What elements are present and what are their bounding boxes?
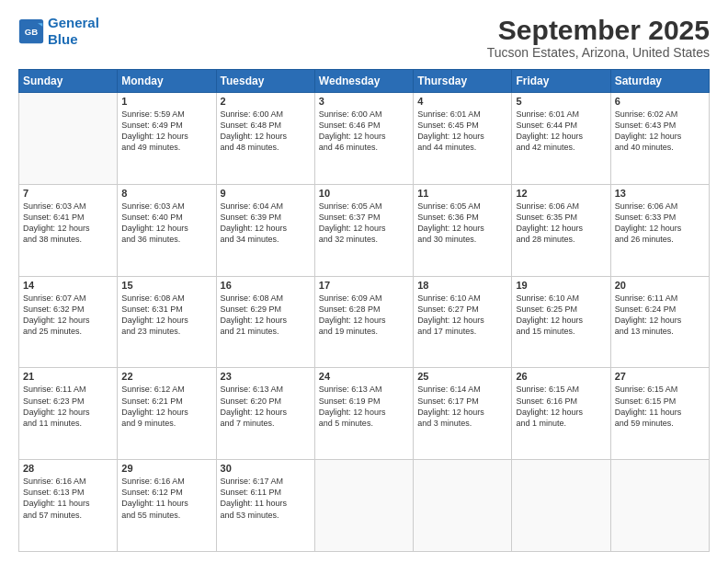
calendar-cell: 6Sunrise: 6:02 AMSunset: 6:43 PMDaylight… bbox=[610, 93, 709, 185]
logo-line1: General bbox=[48, 15, 99, 30]
day-info: Sunrise: 6:00 AMSunset: 6:48 PMDaylight:… bbox=[221, 109, 311, 154]
day-info: Sunrise: 6:13 AMSunset: 6:20 PMDaylight:… bbox=[221, 384, 311, 429]
calendar-cell: 25Sunrise: 6:14 AMSunset: 6:17 PMDayligh… bbox=[414, 368, 512, 460]
svg-text:GB: GB bbox=[25, 27, 38, 37]
day-number: 14 bbox=[23, 280, 113, 291]
calendar-cell: 29Sunrise: 6:16 AMSunset: 6:12 PMDayligh… bbox=[118, 460, 216, 552]
calendar-cell: 12Sunrise: 6:06 AMSunset: 6:35 PMDayligh… bbox=[512, 184, 610, 276]
calendar-header: SundayMondayTuesdayWednesdayThursdayFrid… bbox=[19, 70, 710, 93]
logo: GB General Blue bbox=[18, 15, 99, 48]
page: GB General Blue September 2025 Tucson Es… bbox=[0, 0, 728, 563]
calendar-cell: 16Sunrise: 6:08 AMSunset: 6:29 PMDayligh… bbox=[216, 276, 314, 368]
day-number: 10 bbox=[319, 188, 409, 199]
calendar-cell bbox=[414, 460, 512, 552]
calendar-cell: 23Sunrise: 6:13 AMSunset: 6:20 PMDayligh… bbox=[216, 368, 314, 460]
calendar-cell: 14Sunrise: 6:07 AMSunset: 6:32 PMDayligh… bbox=[19, 276, 118, 368]
day-number: 16 bbox=[221, 280, 311, 291]
day-info: Sunrise: 6:08 AMSunset: 6:29 PMDaylight:… bbox=[221, 293, 311, 338]
day-info: Sunrise: 6:06 AMSunset: 6:35 PMDaylight:… bbox=[516, 201, 606, 246]
logo-text: General Blue bbox=[48, 15, 99, 48]
week-row: 7Sunrise: 6:03 AMSunset: 6:41 PMDaylight… bbox=[19, 184, 710, 276]
calendar-cell: 27Sunrise: 6:15 AMSunset: 6:15 PMDayligh… bbox=[610, 368, 709, 460]
day-number: 1 bbox=[121, 96, 211, 107]
calendar-cell: 28Sunrise: 6:16 AMSunset: 6:13 PMDayligh… bbox=[19, 460, 118, 552]
day-number: 11 bbox=[417, 188, 507, 199]
day-info: Sunrise: 6:04 AMSunset: 6:39 PMDaylight:… bbox=[221, 201, 311, 246]
calendar-body: 1Sunrise: 5:59 AMSunset: 6:49 PMDaylight… bbox=[19, 93, 710, 552]
day-info: Sunrise: 6:08 AMSunset: 6:31 PMDaylight:… bbox=[121, 293, 211, 338]
day-info: Sunrise: 6:05 AMSunset: 6:36 PMDaylight:… bbox=[417, 201, 507, 246]
day-info: Sunrise: 6:13 AMSunset: 6:19 PMDaylight:… bbox=[319, 384, 409, 429]
day-number: 2 bbox=[221, 96, 311, 107]
day-number: 30 bbox=[221, 463, 311, 474]
calendar-cell bbox=[314, 460, 413, 552]
weekday-header-saturday: Saturday bbox=[610, 70, 709, 93]
day-number: 12 bbox=[516, 188, 606, 199]
calendar-cell: 19Sunrise: 6:10 AMSunset: 6:25 PMDayligh… bbox=[512, 276, 610, 368]
day-number: 21 bbox=[23, 371, 113, 382]
logo-line2: Blue bbox=[48, 31, 78, 47]
day-number: 20 bbox=[615, 280, 705, 291]
week-row: 1Sunrise: 5:59 AMSunset: 6:49 PMDaylight… bbox=[19, 93, 710, 185]
day-info: Sunrise: 6:09 AMSunset: 6:28 PMDaylight:… bbox=[319, 293, 409, 338]
day-number: 3 bbox=[319, 96, 409, 107]
calendar-cell: 26Sunrise: 6:15 AMSunset: 6:16 PMDayligh… bbox=[512, 368, 610, 460]
calendar-cell: 17Sunrise: 6:09 AMSunset: 6:28 PMDayligh… bbox=[314, 276, 413, 368]
day-number: 5 bbox=[516, 96, 606, 107]
weekday-header-monday: Monday bbox=[118, 70, 216, 93]
day-info: Sunrise: 6:16 AMSunset: 6:13 PMDaylight:… bbox=[23, 476, 113, 521]
day-info: Sunrise: 6:11 AMSunset: 6:24 PMDaylight:… bbox=[615, 293, 705, 338]
logo-icon: GB bbox=[18, 18, 44, 44]
day-number: 27 bbox=[615, 371, 705, 382]
calendar-cell: 2Sunrise: 6:00 AMSunset: 6:48 PMDaylight… bbox=[216, 93, 314, 185]
day-info: Sunrise: 6:17 AMSunset: 6:11 PMDaylight:… bbox=[221, 476, 311, 521]
month-title: September 2025 bbox=[487, 15, 710, 45]
day-number: 13 bbox=[615, 188, 705, 199]
calendar-cell: 24Sunrise: 6:13 AMSunset: 6:19 PMDayligh… bbox=[314, 368, 413, 460]
day-number: 28 bbox=[23, 463, 113, 474]
calendar-cell: 18Sunrise: 6:10 AMSunset: 6:27 PMDayligh… bbox=[414, 276, 512, 368]
day-info: Sunrise: 6:02 AMSunset: 6:43 PMDaylight:… bbox=[615, 109, 705, 154]
week-row: 28Sunrise: 6:16 AMSunset: 6:13 PMDayligh… bbox=[19, 460, 710, 552]
day-number: 26 bbox=[516, 371, 606, 382]
calendar-cell bbox=[19, 93, 118, 185]
day-info: Sunrise: 6:14 AMSunset: 6:17 PMDaylight:… bbox=[417, 384, 507, 429]
day-number: 19 bbox=[516, 280, 606, 291]
calendar-cell: 1Sunrise: 5:59 AMSunset: 6:49 PMDaylight… bbox=[118, 93, 216, 185]
weekday-header-wednesday: Wednesday bbox=[314, 70, 413, 93]
calendar-cell: 22Sunrise: 6:12 AMSunset: 6:21 PMDayligh… bbox=[118, 368, 216, 460]
calendar-cell: 30Sunrise: 6:17 AMSunset: 6:11 PMDayligh… bbox=[216, 460, 314, 552]
calendar-cell: 11Sunrise: 6:05 AMSunset: 6:36 PMDayligh… bbox=[414, 184, 512, 276]
day-info: Sunrise: 5:59 AMSunset: 6:49 PMDaylight:… bbox=[121, 109, 211, 154]
calendar: SundayMondayTuesdayWednesdayThursdayFrid… bbox=[18, 69, 710, 552]
calendar-cell bbox=[610, 460, 709, 552]
day-info: Sunrise: 6:16 AMSunset: 6:12 PMDaylight:… bbox=[121, 476, 211, 521]
weekday-row: SundayMondayTuesdayWednesdayThursdayFrid… bbox=[19, 70, 710, 93]
day-number: 9 bbox=[221, 188, 311, 199]
day-number: 8 bbox=[121, 188, 211, 199]
day-number: 15 bbox=[121, 280, 211, 291]
week-row: 21Sunrise: 6:11 AMSunset: 6:23 PMDayligh… bbox=[19, 368, 710, 460]
calendar-cell: 3Sunrise: 6:00 AMSunset: 6:46 PMDaylight… bbox=[314, 93, 413, 185]
weekday-header-friday: Friday bbox=[512, 70, 610, 93]
day-info: Sunrise: 6:10 AMSunset: 6:27 PMDaylight:… bbox=[417, 293, 507, 338]
day-info: Sunrise: 6:03 AMSunset: 6:41 PMDaylight:… bbox=[23, 201, 113, 246]
day-info: Sunrise: 6:00 AMSunset: 6:46 PMDaylight:… bbox=[319, 109, 409, 154]
title-area: September 2025 Tucson Estates, Arizona, … bbox=[487, 15, 710, 60]
location-title: Tucson Estates, Arizona, United States bbox=[487, 45, 710, 60]
weekday-header-sunday: Sunday bbox=[19, 70, 118, 93]
calendar-cell: 20Sunrise: 6:11 AMSunset: 6:24 PMDayligh… bbox=[610, 276, 709, 368]
day-number: 18 bbox=[417, 280, 507, 291]
calendar-cell: 4Sunrise: 6:01 AMSunset: 6:45 PMDaylight… bbox=[414, 93, 512, 185]
calendar-cell: 21Sunrise: 6:11 AMSunset: 6:23 PMDayligh… bbox=[19, 368, 118, 460]
calendar-cell: 13Sunrise: 6:06 AMSunset: 6:33 PMDayligh… bbox=[610, 184, 709, 276]
day-info: Sunrise: 6:01 AMSunset: 6:45 PMDaylight:… bbox=[417, 109, 507, 154]
calendar-cell: 10Sunrise: 6:05 AMSunset: 6:37 PMDayligh… bbox=[314, 184, 413, 276]
day-number: 23 bbox=[221, 371, 311, 382]
day-info: Sunrise: 6:06 AMSunset: 6:33 PMDaylight:… bbox=[615, 201, 705, 246]
header: GB General Blue September 2025 Tucson Es… bbox=[18, 15, 710, 60]
day-info: Sunrise: 6:11 AMSunset: 6:23 PMDaylight:… bbox=[23, 384, 113, 429]
day-number: 22 bbox=[121, 371, 211, 382]
day-number: 7 bbox=[23, 188, 113, 199]
calendar-cell: 9Sunrise: 6:04 AMSunset: 6:39 PMDaylight… bbox=[216, 184, 314, 276]
